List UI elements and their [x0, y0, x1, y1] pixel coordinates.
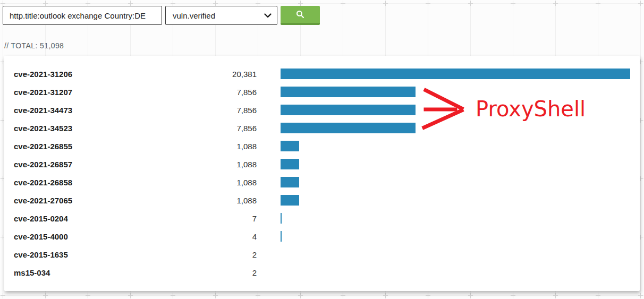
bar-track [281, 195, 630, 206]
total-label: // TOTAL: [4, 41, 40, 50]
cve-label: cve-2021-26858 [14, 178, 152, 187]
grid-cross [43, 1, 48, 6]
cve-count: 1,088 [152, 142, 257, 151]
grid-cross [596, 293, 600, 298]
grid-cross [383, 293, 388, 298]
facet-select-value: vuln.verified [173, 11, 215, 20]
bar-track [281, 105, 630, 115]
search-toolbar: vuln.verified [3, 6, 320, 25]
cve-count: 20,381 [152, 70, 257, 79]
cve-bar [281, 213, 282, 224]
grid-cross [128, 293, 133, 298]
grid-cross [256, 1, 260, 6]
grid-cross [468, 1, 473, 6]
grid-cross [341, 1, 345, 6]
grid-cross [1, 1, 5, 6]
cve-count: 7,856 [152, 88, 257, 97]
cve-count: 7,856 [152, 106, 257, 115]
total-value: 51,098 [40, 41, 64, 50]
cve-count: 4 [152, 232, 257, 241]
cve-label: cve-2021-26857 [14, 160, 152, 169]
cve-label: cve-2021-31207 [14, 88, 152, 97]
grid-cross [553, 1, 558, 6]
grid-cross [553, 293, 558, 298]
cve-count: 2 [152, 250, 257, 259]
cve-label: cve-2015-1635 [14, 250, 152, 259]
cve-label: cve-2021-31206 [14, 70, 152, 79]
bar-track [281, 177, 630, 187]
cve-count: 2 [152, 268, 257, 277]
grid-cross [213, 1, 218, 6]
cve-bar [281, 87, 416, 97]
grid-cross [511, 293, 515, 298]
cve-bar [281, 141, 299, 151]
cve-bar [281, 159, 299, 169]
cve-count: 7,856 [152, 124, 257, 133]
cve-count: 1,088 [152, 196, 257, 205]
facet-row: cve-2021-26858 1,088 [14, 173, 640, 191]
grid-cross [213, 293, 218, 298]
facet-row: cve-2021-31207 7,856 [14, 83, 640, 101]
bar-track [281, 249, 630, 260]
cve-bar [281, 177, 299, 187]
grid-cross [638, 293, 643, 298]
facet-select[interactable]: vuln.verified [165, 6, 277, 25]
facet-row: cve-2015-4000 4 [14, 227, 640, 245]
grid-cross [341, 293, 345, 298]
cve-bar [281, 231, 282, 242]
grid-cross [171, 1, 175, 6]
grid-cross [171, 293, 175, 298]
grid-cross [638, 1, 643, 6]
cve-bar [281, 195, 299, 206]
facet-row: cve-2021-27065 1,088 [14, 191, 640, 209]
cve-label: ms15-034 [14, 268, 152, 277]
grid-cross [596, 1, 600, 6]
magnifier-icon [296, 10, 304, 19]
facet-row: cve-2021-26857 1,088 [14, 155, 640, 173]
cve-label: cve-2021-26855 [14, 142, 152, 151]
total-count: // TOTAL: 51,098 [4, 41, 64, 50]
bar-track [281, 87, 630, 97]
grid-cross [256, 293, 260, 298]
bar-track [281, 231, 630, 242]
facet-row: cve-2021-34523 7,856 [14, 119, 640, 137]
grid-cross [1, 293, 5, 298]
bar-track [281, 69, 630, 79]
bar-track [281, 141, 630, 151]
cve-count: 1,088 [152, 178, 257, 187]
cve-bar [281, 123, 416, 133]
grid-cross [383, 1, 388, 6]
grid-cross [426, 293, 430, 298]
search-button[interactable] [281, 6, 320, 25]
cve-label: cve-2015-0204 [14, 214, 152, 223]
search-query-input[interactable] [3, 6, 162, 25]
chevron-down-icon [264, 13, 272, 18]
grid-cross [86, 293, 90, 298]
facet-row: ms15-034 2 [14, 263, 640, 281]
grid-cross [86, 1, 90, 6]
facet-results-card: cve-2021-31206 20,381 cve-2021-31207 7,8… [4, 56, 640, 291]
grid-cross [298, 1, 303, 6]
bar-track [281, 159, 630, 169]
cve-bar [281, 69, 630, 79]
grid-cross [43, 293, 48, 298]
cve-bar [281, 105, 416, 115]
grid-cross [426, 1, 430, 6]
facet-row: cve-2015-1635 2 [14, 245, 640, 263]
grid-cross [128, 1, 133, 6]
cve-label: cve-2015-4000 [14, 232, 152, 241]
grid-cross [511, 1, 515, 6]
facet-row: cve-2021-31206 20,381 [14, 65, 640, 83]
bar-track [281, 267, 630, 278]
facet-rows: cve-2021-31206 20,381 cve-2021-31207 7,8… [14, 65, 640, 281]
facet-row: cve-2021-34473 7,856 [14, 101, 640, 119]
cve-count: 7 [152, 214, 257, 223]
cve-label: cve-2021-34523 [14, 124, 152, 133]
cve-count: 1,088 [152, 160, 257, 169]
bar-track [281, 123, 630, 133]
cve-label: cve-2021-34473 [14, 106, 152, 115]
grid-cross [298, 293, 303, 298]
grid-cross [468, 293, 473, 298]
cve-label: cve-2021-27065 [14, 196, 152, 205]
facet-row: cve-2021-26855 1,088 [14, 137, 640, 155]
